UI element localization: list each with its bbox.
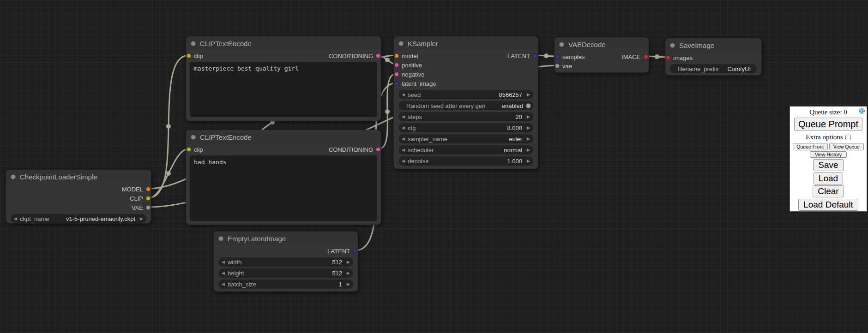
node-title-bar[interactable]: CLIPTextEncode (186, 130, 381, 144)
node-title-bar[interactable]: VAEDecode (555, 37, 649, 51)
queue-buttons-row: Queue Front View Queue (793, 143, 864, 150)
load-default-button[interactable]: Load Default (798, 199, 858, 211)
collapse-dot-icon[interactable] (559, 42, 564, 47)
output-dot-conditioning[interactable] (376, 147, 380, 152)
widget-cfg[interactable]: ◀ cfg 8.000 ▶ (398, 123, 533, 132)
node-title-bar[interactable]: EmptyLatentImage (214, 232, 358, 245)
collapse-dot-icon[interactable] (398, 41, 404, 46)
input-label: samples (562, 54, 585, 60)
decrement-arrow-icon[interactable]: ◀ (402, 134, 405, 143)
collapse-dot-icon[interactable] (191, 135, 196, 140)
node-cliptextencode-negative[interactable]: CLIPTextEncode clip CONDITIONING bad han… (186, 130, 381, 225)
view-queue-button[interactable]: View Queue (829, 143, 864, 150)
decrement-arrow-icon[interactable]: ◀ (402, 156, 405, 166)
increment-arrow-icon[interactable]: ▶ (527, 112, 530, 121)
input-dot-vae[interactable] (555, 64, 560, 68)
slot-row: vae (555, 61, 649, 71)
toggle-indicator-icon[interactable] (526, 103, 531, 108)
node-title-bar[interactable]: CLIPTextEncode (186, 36, 381, 50)
increment-arrow-icon[interactable]: ▶ (527, 145, 530, 155)
input-dot-clip[interactable] (187, 54, 191, 58)
link-clip-to-positive-encoder (149, 55, 188, 198)
widget-value: 512 (332, 259, 342, 266)
output-dot-image[interactable] (644, 54, 648, 59)
increment-arrow-icon[interactable]: ▶ (140, 214, 143, 223)
load-button[interactable]: Load (814, 172, 843, 184)
link-midpoint-dot (655, 54, 659, 59)
widget-height[interactable]: ◀ height 512 ▶ (218, 268, 353, 278)
increment-arrow-icon[interactable]: ▶ (527, 156, 530, 166)
widget-denoise[interactable]: ◀ denoise 1.000 ▶ (398, 156, 533, 166)
slot-row: positive (394, 60, 538, 70)
prompt-textarea[interactable]: bad hands (190, 155, 377, 221)
node-title-bar[interactable]: KSampler (394, 36, 538, 50)
input-dot-latent-image[interactable] (394, 81, 399, 86)
output-dot-latent[interactable] (533, 54, 537, 58)
node-vaedecode[interactable]: VAEDecode samples IMAGE vae (554, 37, 649, 73)
node-cliptextencode-positive[interactable]: CLIPTextEncode clip CONDITIONING masterp… (186, 36, 381, 121)
output-dot-model[interactable] (146, 187, 151, 191)
output-label: CONDITIONING (329, 146, 373, 153)
decrement-arrow-icon[interactable]: ◀ (222, 279, 225, 289)
widget-batch-size[interactable]: ◀ batch_size 1 ▶ (218, 279, 353, 289)
increment-arrow-icon[interactable]: ▶ (347, 257, 350, 267)
widget-width[interactable]: ◀ width 512 ▶ (218, 257, 353, 267)
node-emptylatentimage[interactable]: EmptyLatentImage LATENT ◀ width 512 ▶ ◀ … (213, 231, 358, 292)
view-history-button[interactable]: View History (810, 151, 847, 158)
input-dot-images[interactable] (666, 55, 670, 60)
collapse-dot-icon[interactable] (11, 174, 16, 179)
decrement-arrow-icon[interactable]: ◀ (402, 145, 405, 155)
output-dot-conditioning[interactable] (376, 54, 380, 58)
widget-random-seed-toggle[interactable]: Random seed after every gen enabled (398, 101, 533, 110)
gear-icon[interactable] (858, 107, 865, 114)
collapse-dot-icon[interactable] (218, 236, 223, 241)
queue-front-button[interactable]: Queue Front (793, 143, 828, 150)
input-dot-positive[interactable] (394, 63, 399, 67)
output-dot-clip[interactable] (146, 196, 151, 201)
decrement-arrow-icon[interactable]: ◀ (402, 90, 405, 99)
node-checkpointloadersimple[interactable]: CheckpointLoaderSimple MODEL CLIP VAE ◀ … (6, 169, 151, 224)
input-label: model (402, 53, 418, 59)
extra-options-checkbox[interactable] (845, 135, 851, 140)
decrement-arrow-icon[interactable]: ◀ (402, 123, 405, 132)
output-dot-latent[interactable] (353, 249, 357, 253)
decrement-arrow-icon[interactable]: ◀ (14, 214, 17, 223)
widget-ckpt-name[interactable]: ◀ ckpt_name v1-5-pruned-emaonly.ckpt ▶ (11, 214, 146, 223)
input-dot-clip[interactable] (187, 147, 191, 152)
widget-scheduler[interactable]: ◀ scheduler normal ▶ (398, 145, 533, 155)
increment-arrow-icon[interactable]: ▶ (527, 134, 530, 143)
link-midpoint-dot (385, 58, 390, 62)
collapse-dot-icon[interactable] (670, 43, 675, 48)
link-midpoint-dot (166, 124, 171, 129)
widget-value: 512 (332, 270, 342, 277)
prompt-textarea[interactable]: masterpiece best quality girl (190, 62, 377, 117)
clear-button[interactable]: Clear (813, 185, 844, 197)
node-title-bar[interactable]: CheckpointLoaderSimple (6, 170, 151, 184)
node-ksampler[interactable]: KSampler model LATENT positive negative … (393, 36, 538, 169)
widget-label: height (228, 270, 244, 277)
increment-arrow-icon[interactable]: ▶ (347, 279, 350, 289)
input-dot-samples[interactable] (555, 54, 560, 59)
widget-steps[interactable]: ◀ steps 20 ▶ (398, 112, 533, 121)
queue-prompt-button[interactable]: Queue Prompt (794, 118, 862, 131)
widget-label: cfg (408, 125, 416, 131)
widget-value: 1 (339, 281, 342, 288)
widget-filename-prefix[interactable]: filename_prefix ComfyUI (670, 64, 757, 73)
save-button[interactable]: Save (813, 159, 843, 171)
output-dot-vae[interactable] (146, 205, 151, 210)
increment-arrow-icon[interactable]: ▶ (527, 90, 530, 99)
increment-arrow-icon[interactable]: ▶ (527, 123, 530, 132)
decrement-arrow-icon[interactable]: ◀ (222, 257, 225, 267)
widget-seed[interactable]: ◀ seed 8566257 ▶ (398, 90, 533, 99)
input-dot-model[interactable] (394, 54, 399, 58)
graph-canvas[interactable]: CheckpointLoaderSimple MODEL CLIP VAE ◀ … (0, 0, 868, 333)
decrement-arrow-icon[interactable]: ◀ (402, 112, 405, 121)
output-row-model: MODEL (6, 184, 151, 194)
node-saveimage[interactable]: SaveImage images filename_prefix ComfyUI (665, 38, 762, 76)
decrement-arrow-icon[interactable]: ◀ (222, 268, 225, 278)
increment-arrow-icon[interactable]: ▶ (347, 268, 350, 278)
input-dot-negative[interactable] (394, 72, 399, 77)
widget-sampler-name[interactable]: ◀ sampler_name euler ▶ (398, 134, 533, 143)
node-title-bar[interactable]: SaveImage (665, 38, 761, 52)
collapse-dot-icon[interactable] (191, 41, 196, 46)
